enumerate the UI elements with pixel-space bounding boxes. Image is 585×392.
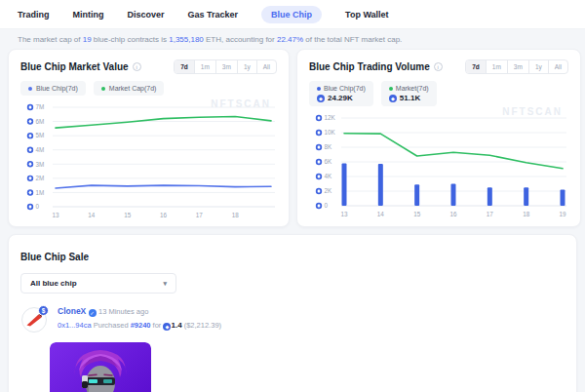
svg-text:16: 16 [160,212,168,218]
svg-text:12K: 12K [325,114,336,121]
legend-market-volume[interactable]: Market(7d) 51.1K [381,81,437,106]
svg-text:14: 14 [377,211,385,217]
range-tab-1y[interactable]: 1y [237,60,256,73]
svg-text:17: 17 [487,211,494,217]
svg-text:18: 18 [232,212,240,218]
summary-contract-count: 19 [83,35,92,44]
svg-text:1M: 1M [36,189,45,196]
svg-text:8K: 8K [325,143,333,150]
blue-chip-volume-value: 24.29K [328,94,353,102]
summary-text: The market cap of [18,35,83,44]
sale-title: Blue Chip Sale [20,252,89,262]
svg-text:3M: 3M [36,161,45,168]
sale-list-item[interactable]: $ CloneX 13 Minutes ago 0x1...94ca Purch… [20,304,565,333]
info-icon[interactable] [133,62,141,71]
tab-top-wallet[interactable]: Top Wallet [345,10,389,20]
svg-text:15: 15 [413,211,421,217]
svg-text:19: 19 [559,211,566,217]
buyer-address[interactable]: 0x1...94ca [58,321,92,330]
svg-text:17: 17 [196,212,204,218]
svg-text:7M: 7M [36,103,45,110]
sale-usd-price: ($2,212.39) [184,321,221,330]
blue-dot-icon [317,87,321,91]
charts-row: Blue Chip Market Value 7d1m3m1yAll Blue … [8,49,577,227]
green-dot-icon [101,87,105,91]
market-value-title: Blue Chip Market Value [20,61,129,72]
sale-price: 1.4 [171,321,181,330]
range-tab-1m[interactable]: 1m [194,60,215,73]
range-tab-all[interactable]: All [256,60,276,73]
trading-volume-panel: Blue Chip Trading Volume 7d1m3m1yAll Blu… [296,49,581,227]
green-dot-icon [389,87,393,91]
svg-text:13: 13 [340,211,348,217]
sale-line-2: 0x1...94ca Purchased #9240 for 1.4 ($2,2… [58,321,221,331]
tab-trading[interactable]: Trading [18,10,50,20]
range-tab-3m[interactable]: 3m [507,60,528,73]
clonex-logo-icon: $ [20,304,50,333]
range-tab-1m[interactable]: 1m [486,60,507,73]
svg-text:4M: 4M [36,146,45,153]
trading-volume-title: Blue Chip Trading Volume [309,61,430,72]
verified-badge-icon [89,309,97,317]
market-volume-value: 51.1K [400,94,420,102]
svg-text:0: 0 [325,202,329,209]
collection-filter-value: All blue chip [30,279,77,288]
svg-text:13: 13 [52,212,59,218]
svg-text:16: 16 [449,211,457,217]
svg-text:0: 0 [36,203,40,210]
range-tab-1y[interactable]: 1y [528,60,548,73]
range-selector: 7d1m3m1yAll [465,59,568,74]
collection-name[interactable]: CloneX [58,306,86,316]
eth-icon [317,95,325,102]
svg-text:6M: 6M [36,118,45,125]
svg-text:15: 15 [124,212,132,218]
blue-chip-sale-panel: Blue Chip Sale All blue chip $ CloneX 13… [8,234,577,392]
tab-discover[interactable]: Discover [128,10,165,20]
market-value-legend: Blue Chip(7d) Market Cap(7d) [20,81,277,96]
collection-filter-dropdown[interactable]: All blue chip [20,273,176,294]
svg-text:4K: 4K [325,173,333,179]
top-nav: Trading Minting Discover Gas Tracker Blu… [0,0,585,29]
info-icon[interactable] [434,62,443,71]
eth-icon [389,95,397,102]
blue-dot-icon [28,87,32,91]
svg-text:$: $ [42,307,46,315]
range-tab-7d[interactable]: 7d [175,60,194,73]
legend-blue-chip-volume[interactable]: Blue Chip(7d) 24.29K [309,81,373,106]
svg-text:10K: 10K [325,129,336,136]
tab-blue-chip[interactable]: Blue Chip [261,6,322,23]
range-tab-all[interactable]: All [548,60,567,73]
svg-text:2K: 2K [325,187,333,194]
nft-image-clonex[interactable] [50,342,151,392]
svg-text:18: 18 [523,211,530,217]
svg-text:14: 14 [88,212,96,218]
range-tab-3m[interactable]: 3m [215,60,237,73]
market-summary: The market cap of 19 blue-chip contracts… [0,29,585,49]
market-value-chart: 01M2M3M4M5M6M7M131415161718 [20,99,277,220]
svg-text:5M: 5M [36,132,45,138]
svg-text:2M: 2M [36,175,45,181]
chevron-down-icon [163,280,167,288]
sale-line-1: CloneX 13 Minutes ago [58,306,221,317]
sale-time: 13 Minutes ago [98,307,148,316]
legend-market-cap[interactable]: Market Cap(7d) [94,81,165,96]
range-selector: 7d1m3m1yAll [174,59,277,74]
summary-percent: 22.47% [277,35,303,44]
summary-eth-amount: 1,355,180 [169,35,204,44]
trading-volume-chart: 02K4K6K8K10K12K13141516171819 [309,110,568,219]
trading-volume-legend: Blue Chip(7d) 24.29K Market(7d) 51.1K [309,81,568,106]
tab-minting[interactable]: Minting [73,10,104,20]
market-value-panel: Blue Chip Market Value 7d1m3m1yAll Blue … [8,49,290,227]
token-id-link[interactable]: #9240 [131,321,151,330]
range-tab-7d[interactable]: 7d [466,60,486,73]
legend-blue-chip[interactable]: Blue Chip(7d) [20,81,86,96]
svg-text:6K: 6K [325,158,333,165]
tab-gas-tracker[interactable]: Gas Tracker [188,10,239,20]
collection-logo[interactable]: $ [20,304,50,333]
